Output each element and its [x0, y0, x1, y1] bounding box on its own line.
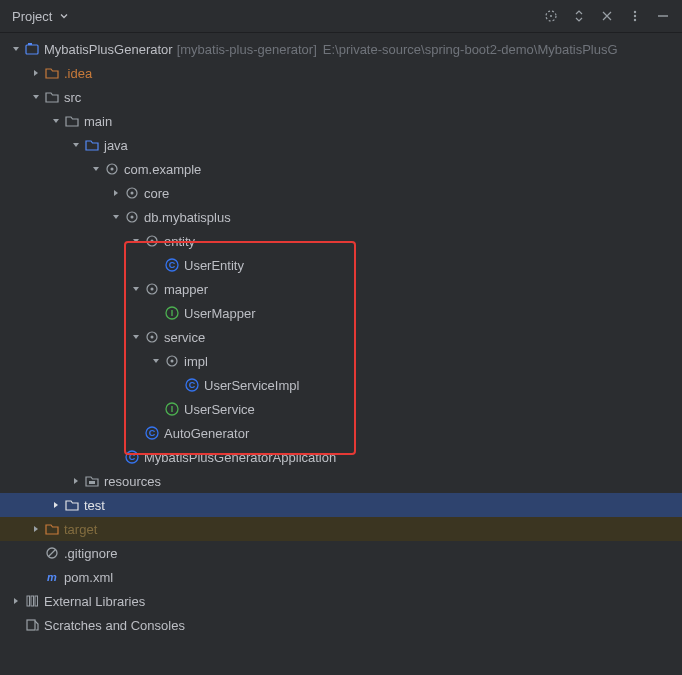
chevron-down-icon — [148, 353, 164, 369]
project-name: MybatisPlusGenerator — [44, 42, 173, 57]
tree-row-userentity[interactable]: C UserEntity — [0, 253, 682, 277]
chevron-right-icon — [28, 65, 44, 81]
tree-row-entity[interactable]: entity — [0, 229, 682, 253]
chevron-down-icon — [8, 41, 24, 57]
tree-row-test[interactable]: test — [0, 493, 682, 517]
tree-label: UserService — [184, 402, 255, 417]
chevron-down-icon — [48, 113, 64, 129]
chevron-down-icon — [28, 89, 44, 105]
tree-row-core[interactable]: core — [0, 181, 682, 205]
package-icon — [144, 329, 160, 345]
svg-point-4 — [634, 19, 636, 21]
expand-all-icon[interactable] — [572, 9, 586, 23]
module-icon — [24, 41, 40, 57]
folder-icon — [64, 497, 80, 513]
collapse-all-icon[interactable] — [600, 9, 614, 23]
tree-row-userservice[interactable]: I UserService — [0, 397, 682, 421]
tree-label: entity — [164, 234, 195, 249]
tree-label: Scratches and Consoles — [44, 618, 185, 633]
vcs-label: [mybatis-plus-generator] — [177, 42, 317, 57]
tree-label: UserEntity — [184, 258, 244, 273]
tree-label: .gitignore — [64, 546, 117, 561]
svg-text:m: m — [47, 571, 57, 583]
library-icon — [24, 593, 40, 609]
svg-rect-38 — [27, 596, 30, 606]
svg-text:I: I — [171, 404, 174, 414]
svg-point-1 — [550, 15, 552, 17]
folder-icon — [44, 521, 60, 537]
tree-row-db[interactable]: db.mybatisplus — [0, 205, 682, 229]
tree-row-project-root[interactable]: MybatisPlusGenerator [mybatis-plus-gener… — [0, 37, 682, 61]
tree-label: UserServiceImpl — [204, 378, 299, 393]
tree-row-service[interactable]: service — [0, 325, 682, 349]
hide-icon[interactable] — [656, 9, 670, 23]
svg-point-2 — [634, 11, 636, 13]
tree-label: pom.xml — [64, 570, 113, 585]
class-icon: C — [164, 257, 180, 273]
tree-row-resources[interactable]: resources — [0, 469, 682, 493]
svg-text:C: C — [149, 428, 156, 438]
tree-row-usermapper[interactable]: I UserMapper — [0, 301, 682, 325]
chevron-right-icon — [48, 497, 64, 513]
package-icon — [164, 353, 180, 369]
tree-row-idea[interactable]: .idea — [0, 61, 682, 85]
chevron-down-icon — [88, 161, 104, 177]
tree-row-target[interactable]: target — [0, 517, 682, 541]
options-icon[interactable] — [628, 9, 642, 23]
tree-label: mapper — [164, 282, 208, 297]
tree-row-userserviceimpl[interactable]: C UserServiceImpl — [0, 373, 682, 397]
tree-label: .idea — [64, 66, 92, 81]
tree-row-external[interactable]: External Libraries — [0, 589, 682, 613]
panel-title-group[interactable]: Project — [12, 8, 76, 24]
ignore-file-icon — [44, 545, 60, 561]
tree-label: com.example — [124, 162, 201, 177]
tree-row-package[interactable]: com.example — [0, 157, 682, 181]
tree-row-mapper[interactable]: mapper — [0, 277, 682, 301]
chevron-down-icon — [128, 233, 144, 249]
svg-text:I: I — [171, 308, 174, 318]
package-icon — [124, 209, 140, 225]
chevron-right-icon — [68, 473, 84, 489]
tree-row-main[interactable]: main — [0, 109, 682, 133]
folder-icon — [44, 65, 60, 81]
svg-line-36 — [49, 550, 56, 557]
svg-point-11 — [131, 192, 134, 195]
chevron-right-icon — [28, 521, 44, 537]
chevron-down-icon — [56, 8, 72, 24]
class-icon: C — [124, 449, 140, 465]
tree-label: service — [164, 330, 205, 345]
tree-label: target — [64, 522, 97, 537]
package-icon — [144, 281, 160, 297]
svg-point-19 — [151, 288, 154, 291]
chevron-down-icon — [128, 329, 144, 345]
tree-row-java[interactable]: java — [0, 133, 682, 157]
panel-title: Project — [12, 9, 52, 24]
tree-row-pom[interactable]: m pom.xml — [0, 565, 682, 589]
package-icon — [144, 233, 160, 249]
chevron-right-icon — [108, 185, 124, 201]
chevron-down-icon — [108, 209, 124, 225]
tree-row-src[interactable]: src — [0, 85, 682, 109]
tree-row-scratches[interactable]: Scratches and Consoles — [0, 613, 682, 637]
class-icon: C — [184, 377, 200, 393]
tree-row-impl[interactable]: impl — [0, 349, 682, 373]
class-icon: C — [144, 425, 160, 441]
svg-point-23 — [151, 336, 154, 339]
svg-rect-41 — [27, 620, 35, 630]
svg-rect-6 — [26, 45, 38, 54]
chevron-right-icon — [8, 593, 24, 609]
tree-row-gitignore[interactable]: .gitignore — [0, 541, 682, 565]
svg-text:C: C — [169, 260, 176, 270]
tree-label: AutoGenerator — [164, 426, 249, 441]
folder-icon — [64, 113, 80, 129]
svg-rect-40 — [35, 596, 38, 606]
tree-label: main — [84, 114, 112, 129]
svg-rect-5 — [658, 15, 668, 16]
tree-label: MybatisPlusGeneratorApplication — [144, 450, 336, 465]
select-opened-file-icon[interactable] — [544, 9, 558, 23]
tree-row-autogenerator[interactable]: C AutoGenerator — [0, 421, 682, 445]
svg-rect-39 — [31, 596, 34, 606]
tree-label: External Libraries — [44, 594, 145, 609]
tree-row-application[interactable]: C MybatisPlusGeneratorApplication — [0, 445, 682, 469]
project-path: E:\private-source\spring-boot2-demo\Myba… — [323, 42, 618, 57]
